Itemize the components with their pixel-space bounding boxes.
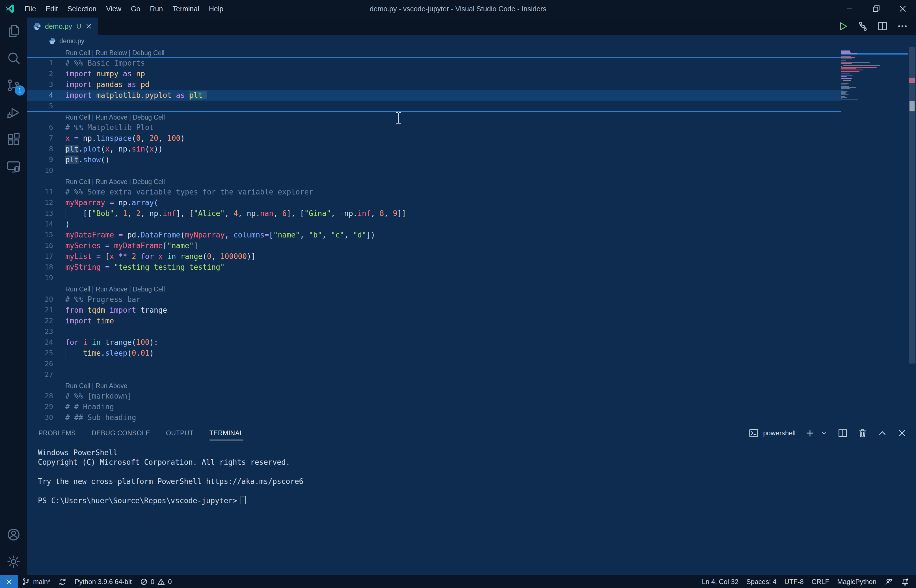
menu-item-edit[interactable]: Edit (41, 0, 63, 18)
language-mode-item[interactable]: MagicPython (837, 578, 876, 586)
terminal-dropdown-chevron-icon[interactable] (820, 428, 828, 438)
close-panel-icon[interactable] (897, 428, 908, 438)
menu-item-go[interactable]: Go (126, 0, 145, 18)
close-tab-icon[interactable] (85, 22, 93, 30)
code-line-20[interactable]: 20# %% Progress bar (27, 294, 841, 305)
code-line-11[interactable]: 11# %% Some extra variable types for the… (27, 187, 841, 197)
codelens-actions[interactable]: Run Cell | Run Above | Debug Cell (27, 111, 841, 122)
settings-gear-icon[interactable] (0, 548, 27, 575)
code-text (65, 326, 841, 337)
panel-tab-output[interactable]: OUTPUT (166, 425, 194, 441)
code-line-25[interactable]: 25 time.sleep(0.01) (27, 348, 841, 359)
remote-explorer-icon[interactable] (0, 153, 27, 180)
account-icon[interactable] (0, 521, 27, 548)
run-below-icon[interactable] (857, 21, 869, 32)
menu-item-file[interactable]: File (20, 0, 41, 18)
encoding-item[interactable]: UTF-8 (785, 578, 804, 586)
menu-item-view[interactable]: View (101, 0, 126, 18)
window-title: demo.py - vscode-jupyter - Visual Studio… (370, 5, 546, 13)
indentation-item[interactable]: Spaces: 4 (746, 578, 777, 586)
code-line-7[interactable]: 7x = np.linspace(0, 20, 100) (27, 133, 841, 144)
cursor-position-item[interactable]: Ln 4, Col 32 (702, 578, 738, 586)
codelens-actions[interactable]: Run Cell | Run Above (27, 380, 841, 391)
terminal-shell-label[interactable]: powershell (763, 429, 796, 437)
split-terminal-icon[interactable] (837, 428, 848, 438)
codelens-actions[interactable]: Run Cell | Run Above | Debug Cell (27, 176, 841, 187)
minimap-line (841, 99, 842, 99)
code-line-29[interactable]: 29# # Heading (27, 401, 841, 412)
tab-demo-py[interactable]: demo.py U (27, 18, 99, 35)
explorer-icon[interactable] (0, 18, 27, 45)
panel-tab-problems[interactable]: PROBLEMS (39, 425, 76, 441)
code-line-14[interactable]: 14) (27, 219, 841, 229)
codelens-actions[interactable]: Run Cell | Run Below | Debug Cell (27, 47, 841, 58)
code-line-5[interactable]: 5 (27, 101, 841, 111)
code-line-23[interactable]: 23 (27, 326, 841, 337)
notifications-bell-item[interactable] (901, 578, 909, 586)
maximize-panel-chevron-icon[interactable] (877, 428, 888, 438)
breadcrumb-file[interactable]: demo.py (59, 37, 84, 45)
split-editor-icon[interactable] (877, 21, 888, 32)
feedback-item[interactable] (884, 578, 893, 586)
code-line-6[interactable]: 6# %% Matplotlib Plot (27, 122, 841, 133)
code-line-28[interactable]: 28# %% [markdown] (27, 391, 841, 401)
code-line-15[interactable]: 15myDataFrame = pd.DataFrame(myNparray, … (27, 229, 841, 240)
line-number: 17 (27, 251, 65, 262)
code-line-17[interactable]: 17myList = [x ** 2 for x in range(0, 100… (27, 251, 841, 262)
cell-divider-line (27, 57, 841, 58)
code-text: # %% Progress bar (65, 294, 841, 305)
code-line-27[interactable]: 27 (27, 369, 841, 380)
remote-indicator[interactable] (0, 575, 18, 588)
run-debug-icon[interactable] (0, 99, 27, 126)
run-file-icon[interactable] (837, 21, 849, 32)
code-line-18[interactable]: 18myString = "testing testing testing" (27, 262, 841, 273)
indentation-label: Spaces: 4 (746, 578, 777, 586)
panel-tab-terminal[interactable]: TERMINAL (210, 425, 244, 441)
code-line-16[interactable]: 16mySeries = myDataFrame["name"] (27, 240, 841, 251)
code-line-3[interactable]: 3import pandas as pd (27, 79, 841, 90)
code-line-24[interactable]: 24for i in trange(100): (27, 337, 841, 348)
code-line-21[interactable]: 21from tqdm import trange (27, 305, 841, 315)
code-line-10[interactable]: 10 (27, 165, 841, 176)
code-line-1[interactable]: 1# %% Basic Imports (27, 58, 841, 68)
sync-changes-item[interactable] (58, 578, 67, 586)
kill-terminal-trash-icon[interactable] (857, 428, 868, 438)
panel-tab-debug-console[interactable]: DEBUG CONSOLE (92, 425, 150, 441)
code-line-12[interactable]: 12myNparray = np.array( (27, 197, 841, 208)
problems-item[interactable]: 0 0 (140, 578, 172, 586)
eol-item[interactable]: CRLF (812, 578, 829, 586)
code-line-8[interactable]: 8plt.plot(x, np.sin(x)) (27, 144, 841, 154)
menu-item-help[interactable]: Help (204, 0, 228, 18)
menu-item-selection[interactable]: Selection (63, 0, 101, 18)
python-interpreter-item[interactable]: Python 3.9.6 64-bit (74, 578, 131, 586)
code-line-22[interactable]: 22import time (27, 315, 841, 326)
code-line-30[interactable]: 30# ## Sub-heading (27, 412, 841, 423)
code-line-4[interactable]: 4import matplotlib.pyplot as plt (27, 90, 841, 101)
terminal-cursor (241, 496, 246, 504)
code-editor[interactable]: Run Cell | Run Below | Debug Cell1# %% B… (27, 47, 841, 425)
scrollbar-thumb[interactable] (909, 47, 916, 363)
search-icon[interactable] (0, 45, 27, 72)
breadcrumb[interactable]: demo.py (27, 35, 916, 47)
minimap-line (843, 65, 880, 66)
code-text: myNparray = np.array( (65, 197, 841, 208)
more-actions-icon[interactable] (897, 21, 908, 32)
git-branch-item[interactable]: main* (22, 578, 50, 586)
menu-item-terminal[interactable]: Terminal (168, 0, 204, 18)
editor-scrollbar[interactable] (908, 47, 916, 425)
minimap[interactable] (841, 47, 908, 425)
restore-button[interactable] (863, 0, 889, 18)
menu-item-run[interactable]: Run (145, 0, 168, 18)
close-window-button[interactable] (889, 0, 916, 18)
terminal-output[interactable]: Windows PowerShellCopyright (C) Microsof… (27, 441, 916, 506)
code-line-2[interactable]: 2import numpy as np (27, 68, 841, 79)
new-terminal-icon[interactable] (805, 428, 815, 438)
source-control-icon[interactable]: 1 (0, 72, 27, 99)
extensions-icon[interactable] (0, 126, 27, 153)
code-line-19[interactable]: 19 (27, 273, 841, 283)
minimize-button[interactable] (836, 0, 863, 18)
code-line-13[interactable]: 13 [["Bob", 1, 2, np.inf], ["Alice", 4, … (27, 208, 841, 219)
codelens-actions[interactable]: Run Cell | Run Above | Debug Cell (27, 283, 841, 294)
code-line-26[interactable]: 26 (27, 359, 841, 369)
code-line-9[interactable]: 9plt.show() (27, 154, 841, 165)
